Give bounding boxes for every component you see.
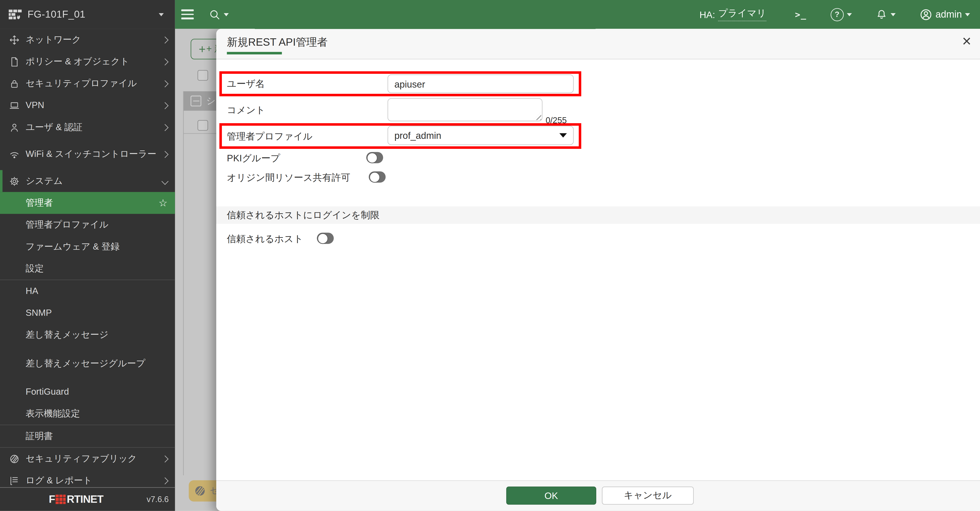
sidebar-subitem-label: 差し替えメッセージ	[25, 330, 167, 340]
chevron-down-icon	[965, 13, 970, 16]
admin-profile-select[interactable]: prof_admin	[388, 126, 574, 145]
sidebar-item-system[interactable]: システム	[0, 170, 175, 192]
cancel-button[interactable]: キャンセル	[602, 487, 694, 505]
favorite-star-icon[interactable]: ☆	[159, 197, 167, 209]
device-menu[interactable]: FG-101F_01	[0, 0, 175, 29]
sidebar-subitem-ha[interactable]: HA	[0, 280, 175, 302]
close-icon[interactable]: ×	[962, 31, 971, 50]
trusted-hosts-toggle[interactable]	[317, 233, 334, 244]
section-title: 信頼されるホストにログインを制限	[227, 209, 380, 221]
sidebar-footer: F RTINET v7.6.6	[0, 487, 175, 511]
chevron-right-icon	[161, 477, 169, 484]
ha-label: HA:	[699, 9, 715, 20]
firmware-version: v7.6.6	[146, 495, 169, 504]
firewall-logo-icon	[8, 7, 22, 22]
admin-profile-label: 管理者プロファイル	[227, 131, 313, 142]
hamburger-icon[interactable]	[181, 10, 194, 19]
sidebar-item-network[interactable]: ネットワーク	[0, 29, 175, 51]
sidebar-item-wifi-switch[interactable]: WiFi & スイッチコントローラー	[0, 138, 175, 170]
user-menu[interactable]: admin	[919, 8, 970, 21]
sidebar-nav: ネットワーク ポリシー & オブジェクト セキュリティプロファイル VPN ユー	[0, 29, 175, 488]
flame-shape	[17, 14, 20, 19]
sidebar-item-user-auth[interactable]: ユーザ & 認証	[0, 117, 175, 138]
sidebar-subitem-label: SNMP	[25, 308, 167, 318]
security-fabric-icon	[194, 485, 206, 497]
sidebar-subitem-label: 管理者	[25, 198, 159, 208]
table-left-border	[183, 91, 184, 475]
sidebar-item-label: システム	[25, 176, 162, 187]
comment-textarea[interactable]	[388, 98, 542, 121]
chevron-down-icon	[847, 13, 852, 16]
lock-icon	[9, 78, 20, 89]
sidebar-subitem-label: 差し替えメッセージグループ	[25, 358, 167, 369]
sidebar: ネットワーク ポリシー & オブジェクト セキュリティプロファイル VPN ユー	[0, 29, 175, 511]
sidebar-subitem-label: HA	[25, 286, 167, 296]
ha-value: プライマリ	[718, 8, 766, 21]
sidebar-item-label: VPN	[25, 100, 162, 111]
sidebar-subitem-settings[interactable]: 設定	[0, 258, 175, 279]
sidebar-item-label: ポリシー & オブジェクト	[25, 56, 162, 67]
help-icon: ?	[830, 8, 844, 21]
cors-toggle[interactable]	[369, 171, 386, 183]
cli-console-icon[interactable]: >_	[795, 10, 807, 19]
trusted-hosts-section-header: 信頼されるホストにログインを制限	[216, 206, 980, 224]
username: admin	[935, 9, 962, 20]
notifications-menu[interactable]	[875, 8, 896, 20]
username-label: ユーザ名	[227, 78, 265, 90]
sidebar-subitem-snmp[interactable]: SNMP	[0, 302, 175, 324]
chevron-down-icon	[891, 13, 896, 16]
sidebar-subitem-label: 設定	[25, 263, 167, 274]
sidebar-subitem-replacement-messages[interactable]: 差し替えメッセージ	[0, 324, 175, 346]
sidebar-item-log-report[interactable]: ログ & レポート	[0, 469, 175, 488]
chevron-right-icon	[161, 102, 169, 109]
comment-char-counter: 0/255	[546, 116, 567, 125]
sidebar-item-label: セキュリティプロファイル	[25, 78, 162, 89]
sidebar-item-label: ネットワーク	[25, 34, 162, 45]
modal-title: 新規REST API管理者	[227, 35, 328, 50]
modal-footer: OK キャンセル	[216, 480, 980, 511]
bell-icon	[875, 8, 887, 20]
chevron-down-icon	[159, 13, 164, 16]
collapse-minus-icon[interactable]	[191, 96, 201, 106]
fortigate-admin-ui: FG-101F_01 HA: プライマリ >_ ?	[0, 0, 980, 511]
sidebar-subitem-administrators[interactable]: 管理者 ☆	[0, 192, 175, 214]
device-name: FG-101F_01	[27, 9, 85, 20]
sidebar-item-policy-objects[interactable]: ポリシー & オブジェクト	[0, 51, 175, 72]
sidebar-subitem-replacement-message-groups[interactable]: 差し替えメッセージグループ	[0, 346, 175, 381]
ha-status[interactable]: HA: プライマリ	[699, 8, 766, 21]
sidebar-item-label: セキュリティファブリック	[25, 453, 162, 464]
username-input[interactable]	[388, 74, 574, 93]
laptop-icon	[9, 100, 20, 111]
sidebar-subitem-fortiguard[interactable]: FortiGuard	[0, 381, 175, 403]
admin-profile-value: prof_admin	[395, 130, 441, 141]
search-control[interactable]	[209, 8, 229, 20]
gear-icon	[9, 176, 20, 187]
sidebar-item-vpn[interactable]: VPN	[0, 94, 175, 117]
sidebar-item-security-profiles[interactable]: セキュリティプロファイル	[0, 73, 175, 94]
group-row-label: シ	[206, 95, 216, 107]
fortinet-logo-rtinet: RTINET	[67, 493, 103, 506]
new-rest-api-admin-modal: 新規REST API管理者 × ユーザ名 コメント 0/255 管理者プロファイ…	[216, 29, 980, 511]
sidebar-subitem-firmware[interactable]: ファームウェア & 登録	[0, 236, 175, 258]
chevron-right-icon	[161, 151, 169, 158]
sidebar-subitem-admin-profiles[interactable]: 管理者プロファイル	[0, 214, 175, 236]
sidebar-item-security-fabric[interactable]: セキュリティファブリック	[0, 448, 175, 469]
help-menu[interactable]: ?	[830, 8, 852, 21]
sidebar-item-label: ログ & レポート	[25, 475, 162, 486]
plus-icon: +	[199, 43, 205, 55]
pki-group-toggle[interactable]	[366, 152, 383, 163]
sidebar-subitem-label: 管理者プロファイル	[25, 219, 167, 230]
comment-label: コメント	[227, 104, 265, 117]
ok-button[interactable]: OK	[506, 487, 596, 505]
sidebar-subitem-label: FortiGuard	[25, 386, 167, 397]
title-underline	[227, 52, 282, 54]
chevron-right-icon	[161, 455, 169, 462]
select-all-checkbox[interactable]	[197, 70, 208, 81]
fortinet-logo-f: F	[49, 493, 55, 506]
modal-header: 新規REST API管理者 ×	[216, 29, 980, 59]
row-checkbox[interactable]	[197, 120, 208, 131]
sidebar-subitem-feature-visibility[interactable]: 表示機能設定	[0, 403, 175, 425]
chevron-right-icon	[161, 58, 169, 65]
sidebar-item-label: WiFi & スイッチコントローラー	[25, 149, 162, 160]
sidebar-subitem-certificates[interactable]: 証明書	[0, 425, 175, 447]
